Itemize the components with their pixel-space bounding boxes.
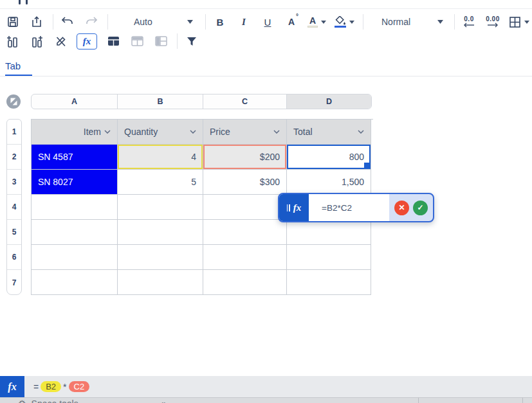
cell-b5[interactable] [118,220,203,245]
spreadsheet-macro-editor: { "tab": { "label": "Tab" }, "toolbar": … [0,0,532,403]
save-button[interactable] [5,14,21,30]
collapse-sidebar-icon[interactable]: « [161,399,165,403]
cell-d1-header[interactable]: Total [287,120,371,145]
confirm-formula-button[interactable]: ✓ [413,201,428,215]
text-color-swatch [307,26,318,28]
insert-column-left-button[interactable] [5,33,21,49]
cell-c3[interactable]: $300 [203,170,287,195]
column-header-b[interactable]: B [118,94,203,109]
toolbar-divider [454,14,455,30]
row-header-1[interactable]: 1 [7,120,21,145]
cell-b1-header[interactable]: Quantity [118,120,203,145]
chevron-down-icon[interactable] [273,130,280,134]
cell-c7[interactable] [203,270,287,295]
clipped-toolbar-fragment [18,0,30,5]
undo-button[interactable] [60,14,75,30]
cell-d2-active[interactable]: 800 [287,145,371,170]
paint-bucket-icon [335,16,346,25]
toolbar-divider [205,14,206,30]
cell-d3[interactable]: 1,500 [287,170,371,195]
crossed-pen-icon [55,35,67,48]
row-header-6[interactable]: 6 [7,245,21,270]
sheet-tabbar: Tab [0,58,532,77]
cell-a2[interactable]: SN 4587 [32,145,118,170]
cell-a5[interactable] [32,220,118,245]
column-header-c[interactable]: C [203,94,287,109]
table-header-row-button[interactable] [129,33,145,49]
row-header-2[interactable]: 2 [7,145,21,170]
toolbar-row-1: Auto B I U A° A Normal 0.0 [0,12,532,32]
redo-button[interactable] [84,14,99,30]
cell-a1-header[interactable]: Item [32,120,118,145]
cell-a3[interactable]: SN 8027 [32,170,118,195]
remove-formatting-button[interactable] [53,33,68,49]
cancel-formula-button[interactable]: ✕ [394,201,409,215]
fill-color-button[interactable] [335,14,354,30]
table-header-column-button[interactable] [153,33,169,49]
toolbar-top-divider [0,8,532,9]
insert-column-right-button[interactable] [29,33,44,49]
cell-b2-referenced[interactable]: 4 [118,145,203,170]
cell-c2-referenced[interactable]: $200 [203,145,287,170]
chevron-down-icon[interactable] [104,130,111,134]
row-header-3[interactable]: 3 [7,170,21,195]
cell-c5[interactable] [203,220,287,245]
cell-a6[interactable] [32,245,118,270]
cell-a7[interactable] [32,270,118,295]
cell-b4[interactable] [118,195,203,220]
font-size-dropdown[interactable]: Auto [115,13,197,30]
reference-b2-chip[interactable]: B2 [41,381,61,392]
chevron-down-icon [437,20,443,24]
popup-drag-handle[interactable]: fx [279,194,309,221]
cell-b6[interactable] [118,245,203,270]
bold-button[interactable]: B [212,14,228,30]
table-row: SN 4587 4 $200 800 [32,145,373,170]
cell-b7[interactable] [118,270,203,295]
column-header-d-selected[interactable]: D [287,94,371,109]
tab-sheet[interactable]: Tab [5,60,21,71]
chevron-down-icon [349,21,354,24]
cell-c6[interactable] [203,245,287,270]
footer-divider [418,398,419,403]
fill-color-swatch [335,26,346,28]
formula-expression[interactable]: = B2 * C2 [33,381,89,392]
fill-handle[interactable] [364,163,369,168]
space-tools-label[interactable]: Space tools [32,399,78,403]
font-size-value: Auto [115,17,152,27]
table-view-button[interactable] [105,33,121,49]
underline-button[interactable]: U [260,14,275,30]
decrease-decimal-button[interactable]: 0.0 [461,14,477,30]
table-header-row-icon [131,36,143,46]
cell-style-dropdown[interactable]: Normal [370,13,446,30]
select-all-corner-button[interactable] [6,94,21,109]
table-row [32,245,373,270]
cell-d5[interactable] [287,220,371,245]
cell-b3[interactable]: 5 [118,170,203,195]
text-color-button[interactable]: A [307,14,326,30]
cell-c1-header[interactable]: Price [203,120,287,145]
formula-bar-fx-icon: fx [0,376,24,397]
formula-button-active[interactable]: fx [77,33,97,49]
table-dark-icon [107,36,120,46]
cell-d7[interactable] [287,270,371,295]
cell-d6[interactable] [287,245,371,270]
row-header-4[interactable]: 4 [7,195,21,220]
reference-c2-chip[interactable]: C2 [69,381,90,392]
formula-input[interactable] [309,194,389,221]
export-button[interactable] [29,14,44,30]
italic-button[interactable]: I [236,14,252,30]
column-header-a[interactable]: A [32,94,118,109]
increase-decimal-button[interactable]: 0.00 [485,14,500,30]
footer-divider [522,398,523,403]
filter-button[interactable] [184,33,199,49]
chevron-down-icon[interactable] [358,130,364,134]
toolbar-divider [107,14,108,30]
font-effects-button[interactable]: A° [284,14,299,30]
cell-a4[interactable] [32,195,118,220]
row-header-5[interactable]: 5 [7,220,21,245]
cell-c4[interactable] [203,195,287,220]
row-header-7[interactable]: 7 [7,270,21,295]
borders-dropdown[interactable] [509,14,529,30]
chevron-down-icon[interactable] [190,130,196,134]
equals-sign: = [33,382,39,392]
